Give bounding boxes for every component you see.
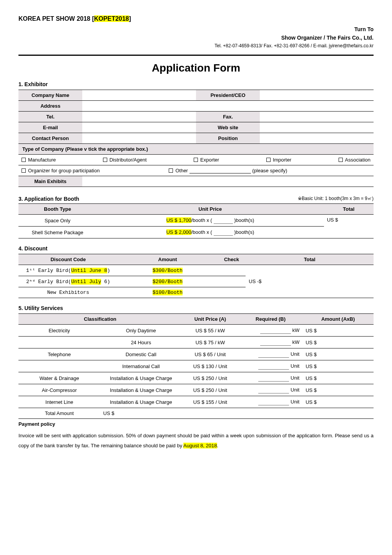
discount-eb2-check[interactable]: [217, 276, 246, 287]
show-title-prefix: KOREA PET SHOW 2018 [: [18, 15, 94, 22]
utility-qty-input[interactable]: [258, 398, 289, 405]
cb-distributor[interactable]: Distributor/Agent: [103, 157, 147, 163]
cb-exporter[interactable]: Exporter: [194, 157, 219, 163]
th-unit-price-a: Unit Price (A): [182, 314, 239, 325]
utility-amount[interactable]: US $: [302, 348, 374, 360]
other-blank[interactable]: [189, 168, 251, 173]
utility-cat: Air-Compressor: [18, 384, 100, 396]
contact-line: Tel. +82-07-4659-8313/ Fax. +82-31-697-8…: [18, 43, 374, 48]
input-position[interactable]: [260, 133, 374, 144]
input-website[interactable]: [260, 122, 374, 133]
utility-qty-input[interactable]: [260, 327, 291, 334]
utility-amount[interactable]: US $: [302, 396, 374, 408]
show-title-suffix: ]: [129, 15, 131, 22]
cb-exporter-label: Exporter: [200, 157, 219, 163]
label-position: Position: [196, 133, 260, 144]
cb-distributor-label: Distributor/Agent: [110, 157, 147, 163]
payment-body: Invoice will be sent with application su…: [18, 431, 374, 451]
utility-total-prefix: US $: [103, 410, 115, 416]
utility-cat: Internet Line: [18, 396, 100, 408]
label-website: Web site: [196, 122, 260, 133]
cb-association[interactable]: Association: [339, 157, 370, 163]
exhibitor-table: Company Name President/CEO Address Tel. …: [18, 90, 374, 187]
shell-qty[interactable]: [214, 229, 233, 236]
booth-shell-label: Shell Scheme Package: [18, 227, 96, 238]
discount-new-check[interactable]: [217, 287, 246, 298]
cb-organizer-group[interactable]: Organizer for group participation: [22, 168, 100, 173]
discount-new-label: New Exhibitors: [18, 287, 118, 298]
utility-required[interactable]: Unit: [239, 372, 302, 384]
eb1-a: 1ˢᵗ Early Bird(: [26, 268, 71, 273]
input-main-exhibits[interactable]: [82, 176, 374, 187]
utility-amount[interactable]: US $: [302, 360, 374, 372]
cb-other-label: Other: [175, 168, 188, 173]
cb-importer[interactable]: Importer: [266, 157, 291, 163]
utility-amount[interactable]: US $: [302, 384, 374, 396]
page-header: KOREA PET SHOW 2018 [KOPET2018] Turn To …: [18, 15, 374, 48]
label-president: President/CEO: [196, 90, 260, 101]
discount-total-cell[interactable]: US -$: [246, 265, 374, 298]
discount-eb1-check[interactable]: [217, 265, 246, 276]
table-row: 24 HoursUS $ 75 / kW kWUS $: [18, 337, 374, 348]
utility-sub: Installation & Usage Charge: [100, 396, 182, 408]
booth-unit-note: ※Basic Unit: 1 booth(3m x 3m = 9㎡): [298, 195, 374, 202]
input-contact-person[interactable]: [82, 133, 196, 144]
checkbox-icon: [194, 158, 198, 162]
label-email: E-mail: [18, 122, 82, 133]
cb-association-label: Association: [345, 157, 370, 163]
input-tel[interactable]: [82, 112, 196, 122]
payment-b: .: [217, 443, 219, 448]
utility-price: US $ 250 / Unit: [182, 372, 239, 384]
utility-required[interactable]: Unit: [239, 396, 302, 408]
th-check: Check: [217, 254, 246, 265]
checkbox-icon: [339, 158, 343, 162]
price-suffix-a: /booth x (: [191, 229, 212, 235]
utility-qty-input[interactable]: [258, 363, 289, 370]
utility-required[interactable]: Unit: [239, 348, 302, 360]
discount-eb1-label: 1ˢᵗ Early Bird(Until June 8): [18, 265, 118, 276]
input-company-name[interactable]: [82, 90, 196, 101]
discount-table: Discount Code Amount Check Total 1ˢᵗ Ear…: [18, 254, 374, 298]
type-header: Type of Company (Please v tick the appro…: [18, 144, 374, 155]
utility-amount[interactable]: US $: [302, 372, 374, 384]
utility-table: Classification Unit Price (A) Required (…: [18, 313, 374, 419]
utility-required[interactable]: Unit: [239, 384, 302, 396]
input-president[interactable]: [260, 90, 374, 101]
utility-required[interactable]: kW: [239, 325, 302, 337]
section-5-heading: 5. Utility Services: [18, 305, 374, 311]
section-3-heading: 3. Application for Booth: [18, 196, 79, 202]
utility-qty-input[interactable]: [258, 387, 289, 393]
utility-amount[interactable]: US $: [302, 337, 374, 348]
utility-required[interactable]: Unit: [239, 360, 302, 372]
cb-other[interactable]: Other (please specify): [169, 168, 287, 173]
section-1-heading: 1. Exhibitor: [18, 81, 374, 87]
utility-qty-input[interactable]: [260, 339, 291, 346]
utility-qty-input[interactable]: [258, 351, 289, 358]
table-row: International CallUS $ 130 / Unit UnitUS…: [18, 360, 374, 372]
show-title-highlight: KOPET2018: [94, 15, 129, 22]
input-email[interactable]: [82, 122, 196, 133]
utility-price: US $ 250 / Unit: [182, 384, 239, 396]
type-row-1: Manufacture Distributor/Agent Exporter I…: [18, 155, 374, 165]
table-row: Internet LineInstallation & Usage Charge…: [18, 396, 374, 408]
input-address[interactable]: [82, 101, 374, 112]
table-row: Water & DrainageInstallation & Usage Cha…: [18, 372, 374, 384]
utility-qty-input[interactable]: [258, 375, 289, 382]
cb-manufacture[interactable]: Manufacture: [22, 157, 56, 163]
discount-new-amount: $100/Booth: [153, 290, 183, 295]
utility-required[interactable]: kW: [239, 337, 302, 348]
utility-cat: [18, 360, 100, 372]
booth-shell-price: US $ 2,000/booth x ( )booth(s): [96, 227, 324, 238]
utility-sub: Installation & Usage Charge: [100, 372, 182, 384]
th-required: Required (B): [239, 314, 302, 325]
checkbox-icon: [169, 168, 173, 173]
space-only-qty[interactable]: [214, 217, 233, 224]
input-fax[interactable]: [260, 112, 374, 122]
booth-total-cell[interactable]: US $: [324, 215, 374, 238]
cb-importer-label: Importer: [273, 157, 291, 163]
organizer-line: Show Organizer / The Fairs Co., Ltd.: [18, 35, 374, 41]
show-title: KOREA PET SHOW 2018 [KOPET2018]: [18, 15, 131, 22]
utility-total-amount[interactable]: US $: [100, 408, 374, 419]
utility-amount[interactable]: US $: [302, 325, 374, 337]
label-company-name: Company Name: [18, 90, 82, 101]
